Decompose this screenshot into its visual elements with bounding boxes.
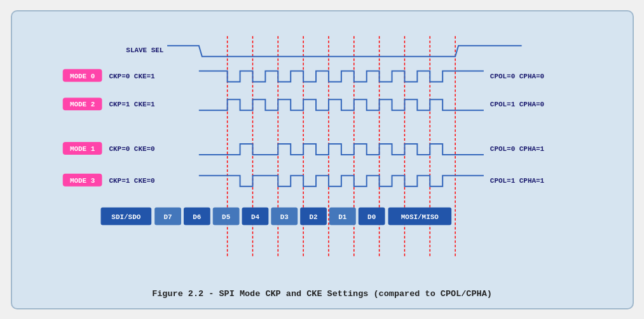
main-container: SLAVE SEL MODE 0 CKP=0 CKE=1 CPOL=0 CPHA… bbox=[11, 10, 634, 309]
data-label-d5: D5 bbox=[222, 213, 230, 220]
mode2-cpol-cpha: CPOL=1 CPHA=0 bbox=[490, 101, 544, 108]
mode1-cpol-cpha: CPOL=0 CPHA=1 bbox=[490, 145, 544, 153]
slave-sel-label: SLAVE SEL bbox=[126, 46, 163, 53]
diagram-area: SLAVE SEL MODE 0 CKP=0 CKE=1 CPOL=0 CPHA… bbox=[28, 24, 617, 283]
data-label-d3: D3 bbox=[280, 213, 289, 220]
mode2-badge-text: MODE 2 bbox=[69, 101, 94, 108]
data-label-d7: D7 bbox=[163, 213, 172, 220]
mode1-badge-text: MODE 1 bbox=[69, 145, 95, 153]
mode3-cpol-cpha: CPOL=1 CPHA=1 bbox=[490, 176, 544, 184]
data-label-d4: D4 bbox=[250, 213, 259, 220]
mode0-ckp-cke: CKP=0 CKE=1 bbox=[109, 72, 155, 80]
mode0-badge-text: MODE 0 bbox=[69, 72, 94, 80]
data-label-d1: D1 bbox=[338, 213, 347, 220]
figure-caption: Figure 2.2 - SPI Mode CKP and CKE Settin… bbox=[28, 289, 617, 299]
mode3-badge-text: MODE 3 bbox=[69, 176, 95, 184]
mode0-cpol-cpha: CPOL=0 CPHA=0 bbox=[490, 72, 544, 80]
mode2-ckp-cke: CKP=1 CKE=1 bbox=[109, 101, 155, 108]
mode1-ckp-cke: CKP=0 CKE=0 bbox=[109, 145, 154, 153]
data-label-sdisdo: SDI/SDO bbox=[111, 213, 140, 220]
data-label-d2: D2 bbox=[309, 213, 317, 220]
data-label-d6: D6 bbox=[193, 213, 201, 220]
data-label-mosimiso: MOSI/MISO bbox=[401, 213, 439, 220]
data-label-d0: D0 bbox=[367, 213, 376, 220]
mode3-ckp-cke: CKP=1 CKE=0 bbox=[109, 176, 154, 184]
